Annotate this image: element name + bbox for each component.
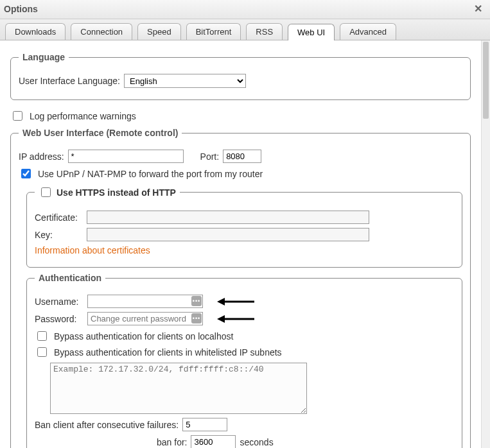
close-icon[interactable]: ✕ (471, 3, 485, 15)
language-label: User Interface Language: (19, 76, 120, 86)
https-legend: Use HTTPS instead of HTTP (35, 185, 180, 199)
port-label: Port: (200, 151, 220, 162)
bypass-whitelist-label: Bypass authentication for clients in whi… (54, 347, 282, 358)
bypass-whitelist-checkbox[interactable] (37, 347, 47, 357)
password-label: Password: (35, 314, 83, 324)
cert-label: Certificate: (35, 212, 83, 223)
https-checkbox[interactable] (41, 187, 51, 197)
password-manager-icon[interactable]: ••• (191, 296, 202, 306)
bypass-localhost-label: Bypass authentication for clients on loc… (54, 331, 233, 341)
log-perf-checkbox[interactable] (13, 111, 22, 121)
password-manager-icon[interactable]: ••• (191, 313, 202, 323)
cert-info-link[interactable]: Information about certificates (35, 245, 150, 255)
key-label: Key: (35, 230, 83, 240)
tab-rss[interactable]: RSS (246, 23, 283, 40)
tab-downloads[interactable]: Downloads (5, 23, 66, 40)
tab-advanced[interactable]: Advanced (340, 23, 396, 40)
cert-input[interactable] (87, 211, 369, 224)
auth-legend: Authentication (35, 273, 105, 283)
tab-connection[interactable]: Connection (71, 23, 132, 40)
ban-fail-input[interactable] (182, 418, 227, 431)
window-title: Options (4, 4, 38, 14)
ban-fail-label: Ban client after consecutive failures: (35, 420, 179, 430)
tab-webui[interactable]: Web UI (288, 24, 335, 40)
ban-for-label: ban for: (157, 437, 187, 447)
key-input[interactable] (87, 228, 369, 241)
port-input[interactable] (223, 150, 261, 163)
scrollbar-thumb[interactable] (483, 42, 489, 119)
content: Language User Interface Language: Englis… (0, 40, 481, 448)
scrollbar-track[interactable] (481, 40, 490, 448)
language-legend: Language (19, 52, 69, 62)
ban-for-input[interactable] (191, 435, 236, 448)
svg-marker-3 (217, 315, 225, 323)
tab-bittorrent[interactable]: BitTorrent (186, 23, 241, 40)
titlebar: Options ✕ (0, 0, 490, 19)
ban-for-seconds: seconds (240, 437, 273, 447)
language-fieldset: Language User Interface Language: Englis… (10, 52, 471, 100)
ip-label: IP address: (19, 151, 64, 162)
arrow-annotation-icon (217, 313, 256, 325)
tabs: Downloads Connection Speed BitTorrent RS… (0, 19, 490, 40)
https-legend-text: Use HTTPS instead of HTTP (57, 187, 176, 198)
https-fieldset: Use HTTPS instead of HTTP Certificate: K… (26, 185, 462, 268)
bypass-localhost-checkbox[interactable] (37, 331, 47, 341)
svg-marker-1 (217, 298, 225, 306)
language-select[interactable]: English (124, 74, 246, 88)
webui-legend: Web User Interface (Remote control) (19, 128, 182, 138)
upnp-label: Use UPnP / NAT-PMP to forward the port f… (38, 169, 263, 179)
password-input[interactable] (87, 312, 203, 325)
upnp-checkbox[interactable] (21, 169, 31, 178)
log-perf-label: Log performance warnings (30, 111, 136, 121)
username-input[interactable] (87, 295, 203, 308)
ip-whitelist-textarea[interactable] (50, 363, 307, 414)
auth-fieldset: Authentication Username: ••• Password: (26, 273, 462, 448)
arrow-annotation-icon (217, 296, 256, 307)
ip-input[interactable] (68, 150, 184, 163)
tab-speed[interactable]: Speed (137, 23, 181, 40)
webui-fieldset: Web User Interface (Remote control) IP a… (10, 128, 471, 448)
username-label: Username: (35, 297, 83, 307)
